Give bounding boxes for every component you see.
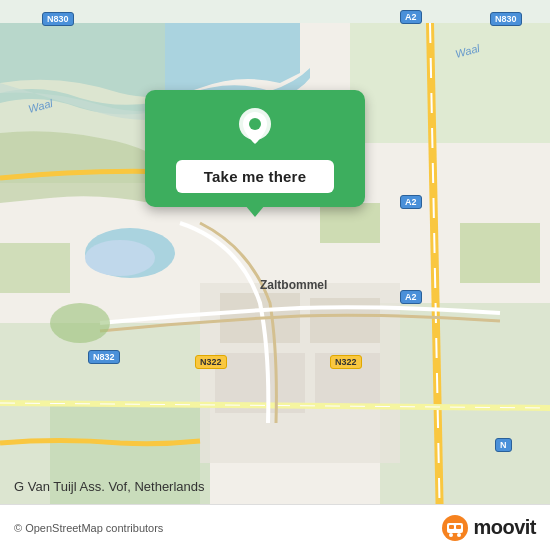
moovit-icon (441, 514, 469, 542)
svg-rect-3 (350, 23, 550, 143)
svg-point-21 (449, 533, 453, 537)
svg-rect-24 (456, 525, 461, 529)
moovit-logo: moovit (441, 514, 536, 542)
location-name: G Van Tuijl Ass. Vof, Netherlands (14, 479, 205, 494)
svg-rect-16 (0, 243, 70, 293)
road-label-n832: N832 (88, 350, 120, 364)
road-label-n830-top: N830 (490, 12, 522, 26)
map-container: N830 N830 N830 N832 N322 N322 A2 A2 A2 N… (0, 0, 550, 550)
svg-rect-23 (449, 525, 454, 529)
road-label-a2-top: A2 (400, 10, 422, 24)
svg-point-13 (50, 303, 110, 343)
road-label-n-right: N (495, 438, 512, 452)
take-me-there-button[interactable]: Take me there (176, 160, 334, 193)
road-label-a2-mid2: A2 (400, 290, 422, 304)
svg-rect-15 (460, 223, 540, 283)
road-label-a2-mid: A2 (400, 195, 422, 209)
map-background (0, 0, 550, 550)
svg-rect-4 (380, 303, 550, 527)
location-pin-icon (233, 106, 277, 150)
road-label-n322-right: N322 (330, 355, 362, 369)
bottom-bar: © OpenStreetMap contributors moovit (0, 504, 550, 550)
svg-rect-14 (320, 203, 380, 243)
road-label-n830-left: N830 (42, 12, 74, 26)
city-label: Zaltbommel (260, 278, 327, 292)
attribution-text: © OpenStreetMap contributors (14, 522, 163, 534)
svg-rect-8 (310, 298, 380, 343)
road-label-n322-left: N322 (195, 355, 227, 369)
moovit-text: moovit (473, 516, 536, 539)
svg-point-22 (457, 533, 461, 537)
svg-point-12 (85, 240, 155, 276)
svg-point-18 (249, 118, 261, 130)
popup-card: Take me there (145, 90, 365, 207)
